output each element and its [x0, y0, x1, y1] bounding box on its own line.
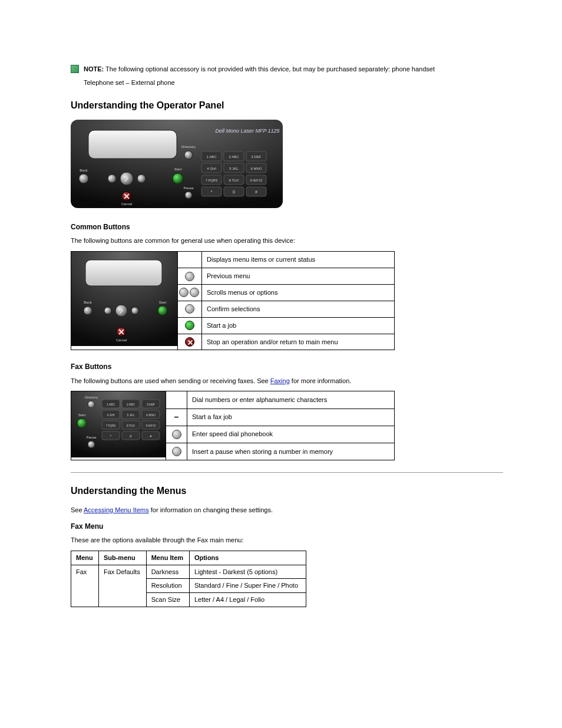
ok-icon: [178, 301, 202, 317]
svg-text:5 JKL: 5 JKL: [127, 413, 135, 417]
faxing-link[interactable]: Faxing: [270, 377, 290, 384]
page: NOTE: The following optional accessory i…: [0, 0, 562, 728]
svg-text:4 GHI: 4 GHI: [207, 167, 216, 170]
svg-point-45: [104, 307, 111, 314]
row-desc: Displays menu items or current status: [202, 252, 395, 268]
note-block: NOTE: The following optional accessory i…: [71, 65, 503, 87]
cell-options: Lightest - Darkest (5 options): [189, 565, 306, 579]
svg-text:Start: Start: [174, 167, 182, 171]
fax-intro-a: The following buttons are used when send…: [71, 377, 270, 384]
cell-options: Letter / A4 / Legal / Folio: [189, 593, 306, 607]
svg-point-15: [185, 192, 192, 199]
fax-menu-title: Fax Menu: [71, 522, 503, 531]
svg-text:2 ABC: 2 ABC: [229, 155, 239, 159]
row-desc: Enter speed dial phonebook: [187, 426, 395, 443]
svg-point-2: [79, 174, 88, 183]
menus-intro-a: See: [71, 506, 84, 513]
panel-product-label: Dell Mono Laser MFP 1125: [215, 128, 280, 134]
svg-point-46: [131, 307, 138, 314]
cell-item: Scan Size: [146, 593, 189, 607]
svg-text:Directory: Directory: [181, 145, 196, 149]
note-prefix: NOTE:: [84, 65, 104, 73]
svg-text:9 WXYZ: 9 WXYZ: [250, 179, 263, 182]
svg-point-59: [88, 441, 95, 448]
svg-text:0: 0: [233, 190, 235, 194]
svg-point-47: [115, 305, 127, 317]
svg-text:Cancel: Cancel: [121, 202, 133, 206]
lcd-icon: [178, 252, 202, 268]
cell-item: Darkness: [146, 565, 189, 579]
operator-panel-figure: Dell Mono Laser MFP 1125 Back Cancel Dir…: [71, 120, 503, 208]
start-icon: [178, 317, 202, 334]
cancel-icon: [178, 334, 202, 350]
row-desc: Stop an operation and/or return to main …: [202, 334, 395, 350]
svg-point-11: [184, 151, 193, 159]
table-header-row: Menu Sub-menu Menu Item Options: [71, 551, 306, 565]
col-submenu: Sub-menu: [98, 551, 146, 565]
svg-text:Start: Start: [78, 413, 86, 417]
svg-text:6 MNO: 6 MNO: [250, 167, 262, 170]
pause-icon: [166, 443, 187, 460]
svg-text:Back: Back: [80, 169, 88, 172]
section-menus-title: Understanding the Menus: [71, 485, 503, 498]
svg-text:2 ABC: 2 ABC: [127, 403, 135, 406]
back-icon: [178, 268, 202, 285]
common-buttons-title: Common Buttons: [71, 222, 503, 232]
svg-text:Cancel: Cancel: [116, 338, 127, 342]
start-icon: –: [166, 409, 187, 426]
svg-text:4 GHI: 4 GHI: [107, 413, 114, 417]
svg-point-48: [158, 306, 167, 315]
operator-panel-svg: Dell Mono Laser MFP 1125 Back Cancel Dir…: [71, 120, 283, 208]
svg-text:3 DEF: 3 DEF: [147, 403, 155, 406]
menus-intro-b: for information on changing these settin…: [151, 506, 273, 513]
col-items: Menu Item: [146, 551, 189, 565]
svg-rect-1: [88, 130, 177, 159]
divider: [71, 472, 503, 473]
fax-buttons-title: Fax Buttons: [71, 362, 503, 371]
row-desc: Start a job: [202, 317, 395, 334]
svg-text:8 TUV: 8 TUV: [229, 179, 239, 182]
svg-text:8 TUV: 8 TUV: [127, 424, 135, 427]
svg-rect-42: [85, 260, 162, 286]
fax-buttons-intro: The following buttons are used when send…: [71, 377, 503, 386]
note-text: NOTE: The following optional accessory i…: [84, 65, 435, 87]
svg-point-43: [84, 307, 92, 315]
svg-point-55: [88, 401, 95, 408]
fax-buttons-table: Directory Start Pause 1 ABC 2 ABC 3 DEF …: [71, 391, 395, 460]
menus-intro: See Accessing Menu Items for information…: [71, 506, 503, 515]
fax-menu-table: Menu Sub-menu Menu Item Options Fax Fax …: [71, 551, 306, 607]
svg-text:#: #: [255, 190, 257, 194]
svg-text:Start: Start: [159, 301, 167, 304]
row-desc: Scrolls menus or options: [202, 285, 395, 301]
fax-menu-intro: These are the options available through …: [71, 536, 503, 545]
note-icon: [71, 65, 79, 73]
svg-point-6: [120, 172, 133, 185]
svg-text:3 DEF: 3 DEF: [251, 155, 261, 159]
keypad-icon: [166, 391, 187, 409]
svg-point-57: [77, 419, 87, 428]
accessing-menu-link[interactable]: Accessing Menu Items: [84, 506, 149, 513]
row-desc: Confirm selections: [202, 301, 395, 317]
row-desc: Insert a pause when storing a number in …: [187, 443, 395, 460]
table-row: Back Start Cancel Displays menu items or…: [71, 252, 395, 268]
svg-text:6 MNO: 6 MNO: [146, 413, 156, 417]
directory-icon: [166, 426, 187, 443]
svg-text:Directory: Directory: [85, 396, 98, 399]
table-row: Directory Start Pause 1 ABC 2 ABC 3 DEF …: [71, 391, 395, 409]
row-desc: Start a fax job: [187, 409, 395, 426]
svg-text:5 JKL: 5 JKL: [229, 167, 239, 170]
fax-intro-b: for more information.: [292, 377, 351, 384]
svg-text:Pause: Pause: [183, 186, 194, 190]
common-panel-svg: Back Start Cancel: [71, 252, 177, 346]
svg-text:9 WXYZ: 9 WXYZ: [146, 424, 156, 427]
svg-text:Back: Back: [84, 301, 92, 304]
common-buttons-intro: The following buttons are common for gen…: [71, 236, 503, 245]
svg-text:Pause: Pause: [86, 436, 97, 439]
common-buttons-table: Back Start Cancel Displays menu items or…: [71, 251, 395, 350]
svg-text:*: *: [211, 190, 213, 194]
scroll-icons: [178, 285, 202, 301]
svg-point-13: [173, 173, 183, 184]
row-desc: Dial numbers or enter alphanumeric chara…: [187, 391, 395, 409]
cell-options: Standard / Fine / Super Fine / Photo: [189, 579, 306, 593]
table-row: Fax Fax Defaults Darkness Lightest - Dar…: [71, 565, 306, 579]
